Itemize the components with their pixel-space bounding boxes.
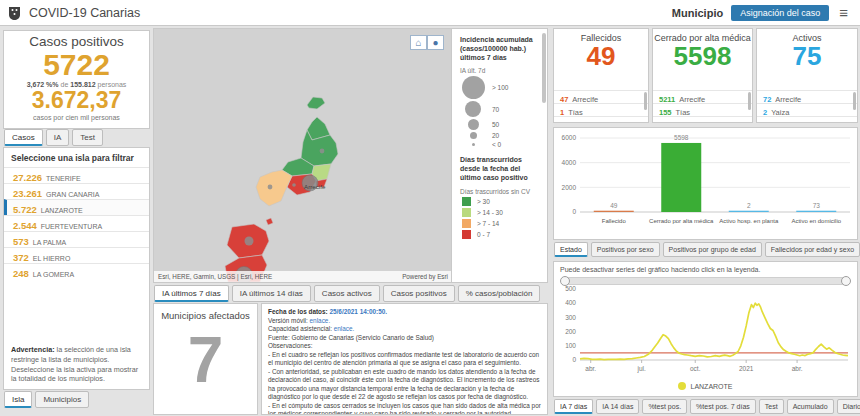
svg-text:Cerrado por alta médica: Cerrado por alta médica [649,218,714,224]
lanzarote-legend-dot[interactable] [678,382,686,390]
observation-2: - Con anterioridad, se publicaban en est… [268,368,541,402]
map-symbol-yaiza [268,185,273,190]
tab-positivos-sexo[interactable]: Positivos por sexo [591,242,660,257]
list-item: 74Teguise [653,116,752,121]
list-item: 1Haría [554,116,648,121]
legend-hint-text: Puede desactivar series del gráfico haci… [554,262,857,274]
observation-1: - En el cuadro se reflejan los positivos… [268,351,541,368]
svg-text:2021: 2021 [739,365,754,372]
tab-ia7[interactable]: IA 7 días [554,399,593,414]
tab-casos-poblacion[interactable]: % casos/población [458,285,541,302]
list-scrollbar[interactable] [853,92,856,110]
asignacion-del-caso-button[interactable]: Asignación del caso [731,5,829,21]
top-bar: COVID-19 Canarias Municipio Asignación d… [0,0,860,26]
island-row-lanzarote[interactable]: 5.722LANZAROTE [4,199,149,215]
estado-tabs: Estado Positivos por sexo Positivos por … [554,242,860,257]
ia-line-chart-card: Puede desactivar series del gráfico haci… [553,261,858,397]
island-row-la-gomera[interactable]: 248LA GOMERA [4,263,149,279]
svg-text:0: 0 [572,208,576,215]
legend-scrollbar[interactable] [542,33,546,103]
tab-estado[interactable]: Estado [554,242,588,257]
svg-text:400: 400 [565,299,576,306]
svg-text:49: 49 [610,202,618,209]
observation-3: - En el cómputo de casos cerrados se inc… [268,402,541,415]
list-item: 1Tías [757,116,857,121]
map-symbol-la-oliva [245,237,254,246]
casos-positivos-total: 5722 [4,49,149,81]
island-filter-card: Seleccione una isla para filtrar 27.226T… [3,147,150,390]
list-item: 5211Arrecife [653,90,752,103]
list-item: 72Arrecife [757,90,857,103]
svg-text:500: 500 [565,285,576,292]
casos-rate-caption: casos por cien mil personas [4,114,149,121]
tab-diario[interactable]: Diario [837,399,860,414]
svg-text:4000: 4000 [562,159,577,166]
positives-tabs: Casos IA Test [4,129,103,146]
tab-ia14[interactable]: IA 14 días [596,399,639,414]
tab-ia[interactable]: IA [46,129,70,146]
island-row-gran-canaria[interactable]: 23.261GRAN CANARIA [4,183,149,199]
ia-line-chart: 0100200300400500abr.jul.oct.2021abr. [554,284,857,378]
svg-text:0: 0 [572,356,576,363]
fallecidos-list: 47Arrecife 1Tías 1Haría 0San Bartolomé [554,90,648,121]
island-row-la-palma[interactable]: 573LA PALMA [4,231,149,247]
tab-test-pos[interactable]: %test pos. [642,399,687,414]
home-extent-icon[interactable]: ⌂ [410,35,427,50]
tab-casos-positivos[interactable]: Casos positivos [383,285,455,302]
legend-size-subtitle: IA últ. 7d [460,67,539,74]
activos-card: Activos 75 72Arrecife 2Yaiza 1Tías 0San … [756,28,858,123]
slider-track[interactable] [562,277,849,285]
island-filter-header: Seleccione una isla para filtrar [4,148,149,167]
svg-text:2000: 2000 [562,184,577,191]
tab-fallecidos-edad-sexo[interactable]: Fallecidos por edad y sexo [765,242,860,257]
list-item: 1Tías [554,103,648,116]
island-row-el-hierro[interactable]: 372EL HIERRO [4,247,149,263]
map-tabs: IA últimos 7 días IA últimos 14 días Cas… [154,285,540,302]
lanzarote-legend-label[interactable]: LANZAROTE [690,383,732,390]
list-item: 47Arrecife [554,90,648,103]
list-scrollbar[interactable] [748,92,751,110]
mobile-version-link[interactable]: enlace. [310,317,331,324]
menu-icon[interactable]: ≡ [839,8,848,18]
map-controls: ⌂ ● [410,35,444,50]
legend-days-subtitle: Días trascurridos sin CV [460,188,539,195]
island-warning: Advertencia: la selección de una isla re… [11,345,143,384]
tab-casos[interactable]: Casos [4,129,43,146]
island-row-tenerife[interactable]: 27.226TENERIFE [4,167,149,183]
map-symbol-tias [292,183,296,187]
municipio-label: Municipio [672,7,723,19]
tab-positivos-edad[interactable]: Positivos por grupo de edad [663,242,762,257]
list-scrollbar[interactable] [644,92,647,110]
tab-ia-7-dias[interactable]: IA últimos 7 días [154,285,229,302]
svg-text:5598: 5598 [674,134,689,141]
slider-handle-left[interactable] [560,276,570,286]
chart-legend[interactable]: LANZAROTE [554,382,857,390]
dashboard: COVID-19 Canarias Municipio Asignación d… [0,0,860,416]
line-chart-tabs: IA 7 días IA 14 días %test pos. %test po… [554,399,860,414]
casos-rate: 3.672,37 [4,88,149,113]
tab-test-pos-7[interactable]: %test pos. 7 días [690,399,756,414]
island-row-fuerteventura[interactable]: 2.544FUERTEVENTURA [4,215,149,231]
capacity-link[interactable]: enlace. [334,325,355,332]
map-canvas[interactable]: Arrecife [154,29,452,282]
tab-isla[interactable]: Isla [4,391,32,408]
tab-municipios[interactable]: Municipios [35,391,89,408]
locate-icon[interactable]: ● [427,35,444,50]
tab-casos-activos[interactable]: Casos activos [314,285,380,302]
svg-text:200: 200 [565,328,576,335]
svg-text:abr.: abr. [792,365,803,372]
list-item: 2Yaiza [757,103,857,116]
tab-test[interactable]: Test [72,129,103,146]
map-card: Arrecife ⌂ ● Esri, HERE, Garmin, USGS | … [153,28,548,283]
observations-header: Observaciones: [268,342,541,351]
estado-bar-chart-card: 020004000600049Fallecido5598Cerrado por … [553,127,858,240]
map-legend-panel: Incidencia acumulada (casos/100000 hab.)… [451,29,547,282]
tab-ia-14-dias[interactable]: IA últimos 14 días [232,285,311,302]
slider-handle-right[interactable] [841,276,851,286]
time-range-slider[interactable] [562,276,849,284]
map-symbol-teguise [320,149,325,154]
tab-test[interactable]: Test [759,399,784,414]
tab-acumulado[interactable]: Acumulado [787,399,834,414]
island-municipio-tabs: Isla Municipios [4,391,89,408]
activos-list: 72Arrecife 2Yaiza 1Tías 0San Bartolomé [757,90,857,121]
